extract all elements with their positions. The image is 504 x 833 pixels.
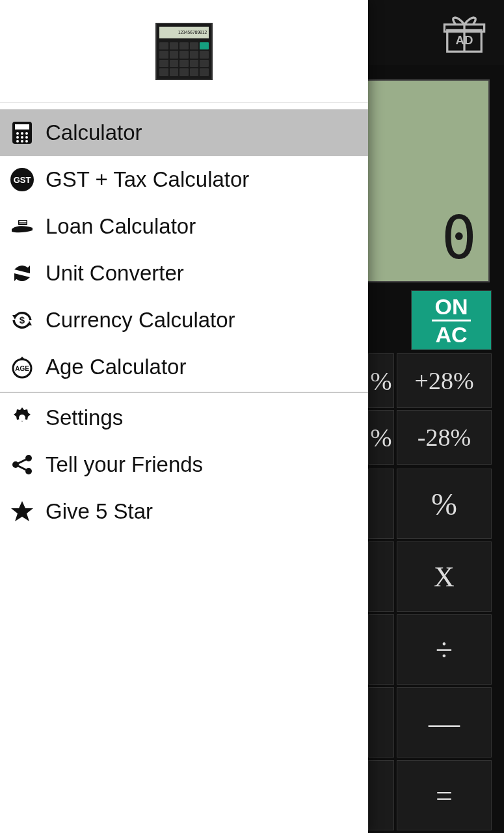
multiply-button[interactable]: X <box>397 541 492 612</box>
svg-rect-18 <box>20 223 27 224</box>
button-partial[interactable] <box>368 760 394 830</box>
percent-button[interactable]: % <box>397 469 492 539</box>
svg-point-26 <box>12 461 19 468</box>
drawer-header: 123456789012 <box>0 0 368 103</box>
button-label: ÷ <box>436 632 453 668</box>
svg-point-11 <box>16 140 19 143</box>
button-label: % <box>431 486 457 522</box>
star-icon <box>8 497 36 526</box>
svg-point-10 <box>25 136 28 139</box>
logo-lcd: 123456789012 <box>159 27 209 38</box>
share-icon <box>8 450 36 479</box>
svg-point-5 <box>16 132 19 135</box>
menu-item-age[interactable]: AGE Age Calculator <box>0 344 368 390</box>
fraction-line <box>432 320 471 321</box>
svg-point-7 <box>25 132 28 135</box>
button-partial[interactable] <box>368 687 394 758</box>
svg-point-13 <box>25 140 28 143</box>
svg-marker-30 <box>11 501 33 521</box>
menu-item-label: GST + Tax Calculator <box>46 167 249 192</box>
svg-line-28 <box>18 459 26 463</box>
drawer-menu: Calculator GST GST + Tax Calculator Loan… <box>0 103 368 535</box>
button-label: -28% <box>418 423 471 452</box>
calculator-logo-icon: 123456789012 <box>155 23 213 80</box>
button-partial[interactable] <box>368 614 394 685</box>
on-ac-button[interactable]: ON AC <box>411 290 492 350</box>
menu-item-unit-converter[interactable]: Unit Converter <box>0 250 368 297</box>
svg-text:GST: GST <box>14 175 31 185</box>
menu-item-gst-tax[interactable]: GST GST + Tax Calculator <box>0 156 368 203</box>
svg-point-9 <box>21 136 23 139</box>
svg-point-25 <box>25 455 32 461</box>
svg-text:AGE: AGE <box>15 365 29 372</box>
menu-item-label: Currency Calculator <box>46 308 235 333</box>
menu-item-label: Give 5 Star <box>46 499 153 524</box>
age-clock-icon: AGE <box>8 353 36 381</box>
plus-18-percent-button-partial[interactable]: % <box>368 353 394 408</box>
calculator-icon <box>8 118 36 147</box>
navigation-drawer: 123456789012 Calculator GST <box>0 0 368 833</box>
menu-item-label: Settings <box>46 405 123 430</box>
svg-point-27 <box>25 468 32 474</box>
svg-point-6 <box>21 132 23 135</box>
convert-arrows-icon <box>8 259 36 288</box>
menu-item-label: Loan Calculator <box>46 214 196 239</box>
menu-item-loan[interactable]: Loan Calculator <box>0 203 368 250</box>
menu-item-label: Calculator <box>46 120 142 145</box>
currency-refresh-icon: $ <box>8 306 36 335</box>
minus-18-percent-button-partial[interactable]: % <box>368 410 394 465</box>
ad-label: AD <box>456 33 473 47</box>
button-label: = <box>436 778 453 813</box>
button-label: X <box>434 560 455 594</box>
button-label: % <box>370 422 391 453</box>
svg-line-29 <box>18 466 26 470</box>
svg-point-8 <box>16 136 19 139</box>
svg-rect-4 <box>15 124 29 130</box>
plus-28-percent-button[interactable]: +28% <box>397 353 492 408</box>
button-label: % <box>370 366 391 396</box>
minus-28-percent-button[interactable]: -28% <box>397 410 492 465</box>
button-label: — <box>429 705 460 741</box>
button-partial[interactable] <box>368 541 394 612</box>
gear-icon <box>8 403 36 432</box>
button-partial[interactable] <box>368 469 394 539</box>
divide-button[interactable]: ÷ <box>397 614 492 685</box>
menu-item-calculator[interactable]: Calculator <box>0 109 368 156</box>
svg-point-24 <box>19 415 25 421</box>
minus-button[interactable]: — <box>397 687 492 758</box>
svg-rect-17 <box>20 221 27 223</box>
button-label: +28% <box>414 366 473 395</box>
on-label: ON <box>435 295 468 318</box>
ad-gift-icon[interactable]: AD <box>442 12 487 57</box>
menu-item-currency[interactable]: $ Currency Calculator <box>0 297 368 344</box>
svg-marker-20 <box>27 321 32 325</box>
menu-item-share[interactable]: Tell your Friends <box>0 441 368 488</box>
gst-badge-icon: GST <box>8 165 36 194</box>
menu-item-label: Age Calculator <box>46 355 186 379</box>
svg-point-12 <box>21 140 23 143</box>
equals-button[interactable]: = <box>397 760 492 830</box>
menu-item-rate[interactable]: Give 5 Star <box>0 488 368 535</box>
menu-item-label: Unit Converter <box>46 261 184 286</box>
menu-item-label: Tell your Friends <box>46 452 203 477</box>
menu-divider <box>0 392 368 393</box>
display-value: 0 <box>442 204 475 272</box>
menu-item-settings[interactable]: Settings <box>0 394 368 441</box>
ac-label: AC <box>435 323 467 346</box>
svg-text:$: $ <box>20 314 25 325</box>
svg-marker-19 <box>12 315 17 320</box>
loan-hand-icon <box>8 212 36 241</box>
